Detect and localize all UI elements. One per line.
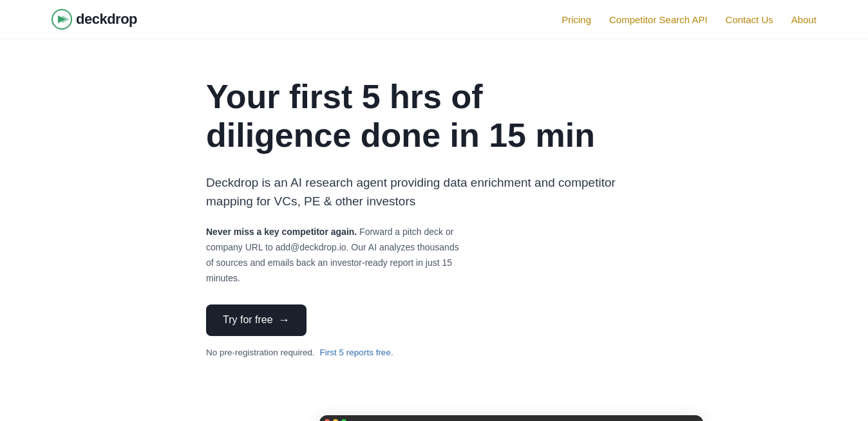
- nav-links: Pricing Competitor Search API Contact Us…: [561, 14, 816, 25]
- try-free-button[interactable]: Try for free →: [206, 304, 307, 336]
- no-register-static: No pre-registration required.: [206, 348, 315, 357]
- nav-contact[interactable]: Contact Us: [726, 14, 773, 25]
- svg-marker-2: [62, 15, 70, 23]
- no-register-text: No pre-registration required. First 5 re…: [206, 348, 657, 357]
- no-register-link[interactable]: First 5 reports free.: [320, 348, 393, 357]
- hero-subtitle: Deckdrop is an AI research agent providi…: [206, 173, 618, 211]
- try-free-label: Try for free: [223, 314, 273, 326]
- hero-title: Your first 5 hrs of diligence done in 15…: [206, 78, 605, 155]
- window-chrome: [319, 415, 703, 421]
- navbar: deckdrop Pricing Competitor Search API C…: [0, 0, 868, 39]
- close-dot: [325, 419, 330, 421]
- nav-pricing[interactable]: Pricing: [561, 14, 591, 25]
- logo-link[interactable]: deckdrop: [52, 9, 137, 30]
- hero-section: Your first 5 hrs of diligence done in 15…: [0, 39, 708, 415]
- hero-desc-bold: Never miss a key competitor again.: [206, 227, 357, 237]
- nav-competitor-search[interactable]: Competitor Search API: [609, 14, 708, 25]
- nav-about[interactable]: About: [791, 14, 816, 25]
- maximize-dot: [341, 419, 346, 421]
- minimize-dot: [333, 419, 338, 421]
- logo-icon: [52, 9, 72, 30]
- hero-description: Never miss a key competitor again. Forwa…: [206, 225, 464, 286]
- try-free-arrow: →: [278, 313, 290, 327]
- video-preview[interactable]: deckdrop Pricing Contact Us About Your f…: [319, 415, 703, 421]
- brand-name: deckdrop: [76, 11, 137, 28]
- video-preview-wrapper: deckdrop Pricing Contact Us About Your f…: [155, 415, 868, 421]
